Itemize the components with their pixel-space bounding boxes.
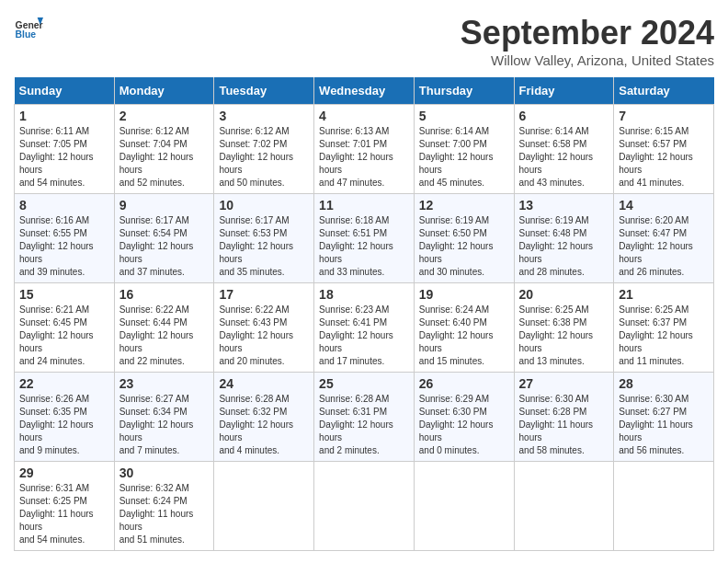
day-info: Sunrise: 6:30 AMSunset: 6:28 PMDaylight:… [519,393,609,457]
logo-icon: General Blue [14,14,43,43]
day-number: 22 [19,376,109,391]
calendar-day-cell: 10Sunrise: 6:17 AMSunset: 6:53 PMDayligh… [214,194,314,283]
calendar-week-row: 29Sunrise: 6:31 AMSunset: 6:25 PMDayligh… [15,462,714,551]
day-number: 5 [419,109,509,123]
calendar-day-cell: 21Sunrise: 6:25 AMSunset: 6:37 PMDayligh… [614,283,714,373]
day-info: Sunrise: 6:19 AMSunset: 6:48 PMDaylight:… [519,214,609,279]
day-number: 30 [119,465,210,480]
calendar-day-cell: 12Sunrise: 6:19 AMSunset: 6:50 PMDayligh… [414,194,514,283]
svg-text:Blue: Blue [16,29,37,40]
day-header-friday: Friday [514,77,614,105]
day-number: 6 [519,109,609,123]
calendar-day-cell: 19Sunrise: 6:24 AMSunset: 6:40 PMDayligh… [414,283,514,373]
calendar-day-cell: 28Sunrise: 6:30 AMSunset: 6:27 PMDayligh… [614,373,714,462]
day-info: Sunrise: 6:25 AMSunset: 6:38 PMDaylight:… [519,304,609,368]
day-number: 12 [419,198,509,213]
day-info: Sunrise: 6:13 AMSunset: 7:01 PMDaylight:… [319,125,409,190]
day-number: 24 [219,376,309,391]
day-number: 9 [119,198,210,213]
day-info: Sunrise: 6:11 AMSunset: 7:05 PMDaylight:… [19,125,109,190]
day-number: 23 [119,376,210,391]
calendar-day-cell: 7Sunrise: 6:15 AMSunset: 6:57 PMDaylight… [614,105,714,194]
calendar-day-cell: 18Sunrise: 6:23 AMSunset: 6:41 PMDayligh… [314,283,415,373]
day-header-tuesday: Tuesday [214,77,314,105]
day-info: Sunrise: 6:16 AMSunset: 6:55 PMDaylight:… [19,214,109,279]
day-number: 13 [519,198,609,213]
calendar-day-cell: 22Sunrise: 6:26 AMSunset: 6:35 PMDayligh… [15,373,115,462]
day-number: 27 [519,376,609,391]
day-number: 15 [19,287,109,302]
day-info: Sunrise: 6:18 AMSunset: 6:51 PMDaylight:… [319,214,409,279]
day-info: Sunrise: 6:32 AMSunset: 6:24 PMDaylight:… [119,482,210,546]
day-number: 14 [619,198,709,213]
day-info: Sunrise: 6:28 AMSunset: 6:32 PMDaylight:… [219,393,309,457]
day-header-wednesday: Wednesday [314,77,415,105]
day-number: 8 [19,198,109,213]
calendar-day-cell [414,462,514,551]
day-info: Sunrise: 6:17 AMSunset: 6:53 PMDaylight:… [219,214,309,279]
calendar-day-cell [514,462,614,551]
calendar-week-row: 22Sunrise: 6:26 AMSunset: 6:35 PMDayligh… [15,373,714,462]
day-info: Sunrise: 6:27 AMSunset: 6:34 PMDaylight:… [119,393,210,457]
calendar-day-cell: 26Sunrise: 6:29 AMSunset: 6:30 PMDayligh… [414,373,514,462]
day-header-monday: Monday [114,77,214,105]
calendar-day-cell: 3Sunrise: 6:12 AMSunset: 7:02 PMDaylight… [214,105,314,194]
location-subtitle: Willow Valley, Arizona, United States [461,52,714,68]
day-info: Sunrise: 6:29 AMSunset: 6:30 PMDaylight:… [419,393,509,457]
day-number: 4 [319,109,409,123]
day-number: 19 [419,287,509,302]
calendar-day-cell: 6Sunrise: 6:14 AMSunset: 6:58 PMDaylight… [514,105,614,194]
day-info: Sunrise: 6:12 AMSunset: 7:02 PMDaylight:… [219,125,309,190]
day-info: Sunrise: 6:22 AMSunset: 6:43 PMDaylight:… [219,304,309,368]
page-header: General Blue September 2024 Willow Valle… [14,14,714,68]
day-info: Sunrise: 6:24 AMSunset: 6:40 PMDaylight:… [419,304,509,368]
calendar-week-row: 15Sunrise: 6:21 AMSunset: 6:45 PMDayligh… [15,283,714,373]
calendar-week-row: 8Sunrise: 6:16 AMSunset: 6:55 PMDaylight… [15,194,714,283]
day-info: Sunrise: 6:12 AMSunset: 7:04 PMDaylight:… [119,125,210,190]
day-info: Sunrise: 6:19 AMSunset: 6:50 PMDaylight:… [419,214,509,279]
logo: General Blue [14,14,43,43]
day-number: 7 [619,109,709,123]
calendar-day-cell [314,462,415,551]
day-number: 16 [119,287,210,302]
day-number: 25 [319,376,409,391]
calendar-day-cell: 11Sunrise: 6:18 AMSunset: 6:51 PMDayligh… [314,194,415,283]
day-info: Sunrise: 6:25 AMSunset: 6:37 PMDaylight:… [619,304,709,368]
svg-text:General: General [16,20,43,30]
calendar-day-cell: 17Sunrise: 6:22 AMSunset: 6:43 PMDayligh… [214,283,314,373]
calendar-day-cell: 5Sunrise: 6:14 AMSunset: 7:00 PMDaylight… [414,105,514,194]
day-header-thursday: Thursday [414,77,514,105]
day-header-sunday: Sunday [15,77,115,105]
day-info: Sunrise: 6:21 AMSunset: 6:45 PMDaylight:… [19,304,109,368]
calendar-day-cell: 9Sunrise: 6:17 AMSunset: 6:54 PMDaylight… [114,194,214,283]
day-number: 1 [19,109,109,123]
day-number: 17 [219,287,309,302]
day-number: 29 [19,465,109,480]
calendar-day-cell: 14Sunrise: 6:20 AMSunset: 6:47 PMDayligh… [614,194,714,283]
day-info: Sunrise: 6:26 AMSunset: 6:35 PMDaylight:… [19,393,109,457]
calendar-day-cell: 29Sunrise: 6:31 AMSunset: 6:25 PMDayligh… [15,462,115,551]
day-info: Sunrise: 6:17 AMSunset: 6:54 PMDaylight:… [119,214,210,279]
calendar-day-cell: 30Sunrise: 6:32 AMSunset: 6:24 PMDayligh… [114,462,214,551]
calendar-day-cell [214,462,314,551]
day-number: 3 [219,109,309,123]
month-title: September 2024 [461,14,714,52]
day-number: 11 [319,198,409,213]
calendar-day-cell: 20Sunrise: 6:25 AMSunset: 6:38 PMDayligh… [514,283,614,373]
day-header-saturday: Saturday [614,77,714,105]
day-number: 20 [519,287,609,302]
day-number: 26 [419,376,509,391]
calendar-header-row: SundayMondayTuesdayWednesdayThursdayFrid… [15,77,714,105]
calendar-day-cell: 15Sunrise: 6:21 AMSunset: 6:45 PMDayligh… [15,283,115,373]
calendar-day-cell: 23Sunrise: 6:27 AMSunset: 6:34 PMDayligh… [114,373,214,462]
calendar-day-cell: 25Sunrise: 6:28 AMSunset: 6:31 PMDayligh… [314,373,415,462]
day-info: Sunrise: 6:30 AMSunset: 6:27 PMDaylight:… [619,393,709,457]
calendar-day-cell: 16Sunrise: 6:22 AMSunset: 6:44 PMDayligh… [114,283,214,373]
day-info: Sunrise: 6:14 AMSunset: 6:58 PMDaylight:… [519,125,609,190]
day-number: 10 [219,198,309,213]
day-info: Sunrise: 6:20 AMSunset: 6:47 PMDaylight:… [619,214,709,279]
calendar-day-cell: 8Sunrise: 6:16 AMSunset: 6:55 PMDaylight… [15,194,115,283]
day-info: Sunrise: 6:22 AMSunset: 6:44 PMDaylight:… [119,304,210,368]
calendar-day-cell: 1Sunrise: 6:11 AMSunset: 7:05 PMDaylight… [15,105,115,194]
day-info: Sunrise: 6:28 AMSunset: 6:31 PMDaylight:… [319,393,409,457]
